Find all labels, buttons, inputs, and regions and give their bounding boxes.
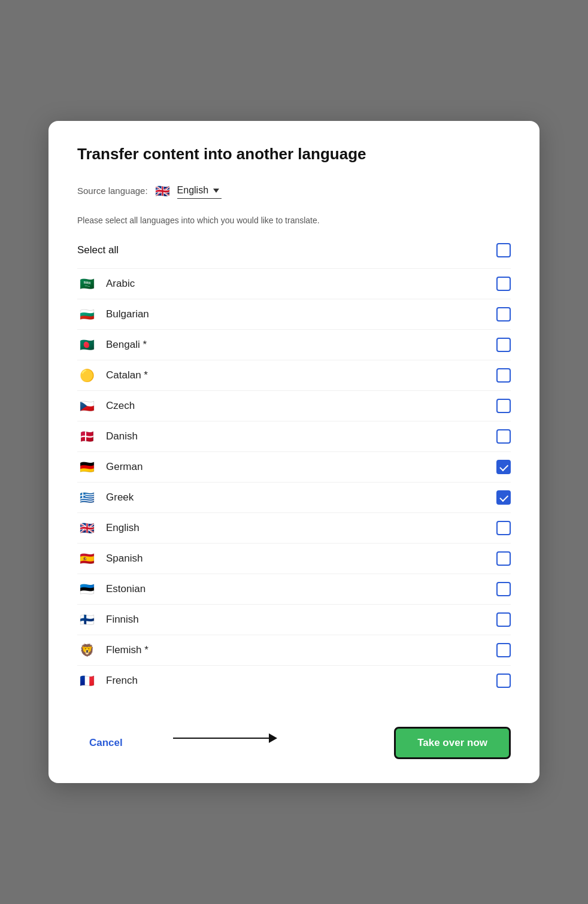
english-name: English <box>106 522 496 534</box>
bengali-flag-icon: 🇧🇩 <box>77 338 96 351</box>
danish-name: Danish <box>106 430 496 442</box>
select-all-row: Select all <box>77 237 511 263</box>
language-item-bulgarian: 🇧🇬Bulgarian <box>77 299 511 329</box>
language-item-bengali: 🇧🇩Bengali * <box>77 329 511 360</box>
french-name: French <box>106 675 496 687</box>
instruction-text: Please select all languages into which y… <box>77 216 511 225</box>
bulgarian-checkbox[interactable] <box>496 307 511 321</box>
czech-checkbox[interactable] <box>496 399 511 413</box>
source-language-value: English <box>177 185 208 196</box>
greek-name: Greek <box>106 492 496 503</box>
arabic-name: Arabic <box>106 278 496 290</box>
overlay: Transfer content into another language S… <box>0 0 588 904</box>
flemish-flag-icon: 🦁 <box>77 644 96 657</box>
language-item-arabic: 🇸🇦Arabic <box>77 268 511 299</box>
language-item-danish: 🇩🇰Danish <box>77 421 511 451</box>
modal-dialog: Transfer content into another language S… <box>49 121 539 783</box>
czech-name: Czech <box>106 400 496 412</box>
german-name: German <box>106 461 496 473</box>
bulgarian-flag-icon: 🇧🇬 <box>77 308 96 321</box>
arrow-line <box>173 738 269 739</box>
select-all-label: Select all <box>77 244 119 256</box>
cancel-button[interactable]: Cancel <box>77 731 135 755</box>
language-item-finnish: 🇫🇮Finnish <box>77 604 511 635</box>
arrow-head <box>269 733 277 743</box>
language-item-spanish: 🇪🇸Spanish <box>77 543 511 574</box>
language-item-english: 🇬🇧English <box>77 512 511 543</box>
source-flag-icon: 🇬🇧 <box>155 185 170 197</box>
catalan-checkbox[interactable] <box>496 368 511 383</box>
catalan-name: Catalan * <box>106 369 496 381</box>
language-item-czech: 🇨🇿Czech <box>77 390 511 421</box>
modal-title: Transfer content into another language <box>77 145 511 163</box>
estonian-flag-icon: 🇪🇪 <box>77 583 96 596</box>
german-flag-icon: 🇩🇪 <box>77 460 96 474</box>
spanish-flag-icon: 🇪🇸 <box>77 552 96 565</box>
arrow-annotation <box>173 733 277 743</box>
arabic-checkbox[interactable] <box>496 277 511 291</box>
source-language-row: Source language: 🇬🇧 English <box>77 183 511 199</box>
greek-checkbox[interactable] <box>496 490 511 505</box>
flemish-checkbox[interactable] <box>496 643 511 657</box>
take-over-button[interactable]: Take over now <box>394 727 511 759</box>
source-language-select[interactable]: English <box>177 183 222 199</box>
german-checkbox[interactable] <box>496 460 511 474</box>
english-flag-icon: 🇬🇧 <box>77 521 96 535</box>
estonian-checkbox[interactable] <box>496 582 511 596</box>
finnish-name: Finnish <box>106 614 496 626</box>
language-item-french: 🇫🇷French <box>77 665 511 696</box>
bengali-name: Bengali * <box>106 339 496 351</box>
language-item-flemish: 🦁Flemish * <box>77 635 511 665</box>
estonian-name: Estonian <box>106 583 496 595</box>
language-item-estonian: 🇪🇪Estonian <box>77 574 511 604</box>
french-flag-icon: 🇫🇷 <box>77 674 96 687</box>
language-item-german: 🇩🇪German <box>77 451 511 482</box>
greek-flag-icon: 🇬🇷 <box>77 491 96 504</box>
flemish-name: Flemish * <box>106 644 496 656</box>
finnish-flag-icon: 🇫🇮 <box>77 613 96 626</box>
source-language-label: Source language: <box>77 186 148 196</box>
catalan-flag-icon: 🟡 <box>77 369 96 382</box>
french-checkbox[interactable] <box>496 674 511 688</box>
danish-checkbox[interactable] <box>496 429 511 444</box>
arabic-flag-icon: 🇸🇦 <box>77 277 96 290</box>
bulgarian-name: Bulgarian <box>106 308 496 320</box>
chevron-down-icon <box>213 189 219 193</box>
danish-flag-icon: 🇩🇰 <box>77 430 96 443</box>
english-checkbox[interactable] <box>496 521 511 535</box>
finnish-checkbox[interactable] <box>496 612 511 627</box>
language-item-catalan: 🟡Catalan * <box>77 360 511 390</box>
language-list: 🇸🇦Arabic🇧🇬Bulgarian🇧🇩Bengali *🟡Catalan *… <box>77 268 511 696</box>
select-all-checkbox[interactable] <box>496 243 511 257</box>
bengali-checkbox[interactable] <box>496 338 511 352</box>
czech-flag-icon: 🇨🇿 <box>77 399 96 412</box>
spanish-checkbox[interactable] <box>496 551 511 566</box>
spanish-name: Spanish <box>106 553 496 565</box>
modal-footer: Cancel Take over now <box>77 717 511 759</box>
language-item-greek: 🇬🇷Greek <box>77 482 511 512</box>
